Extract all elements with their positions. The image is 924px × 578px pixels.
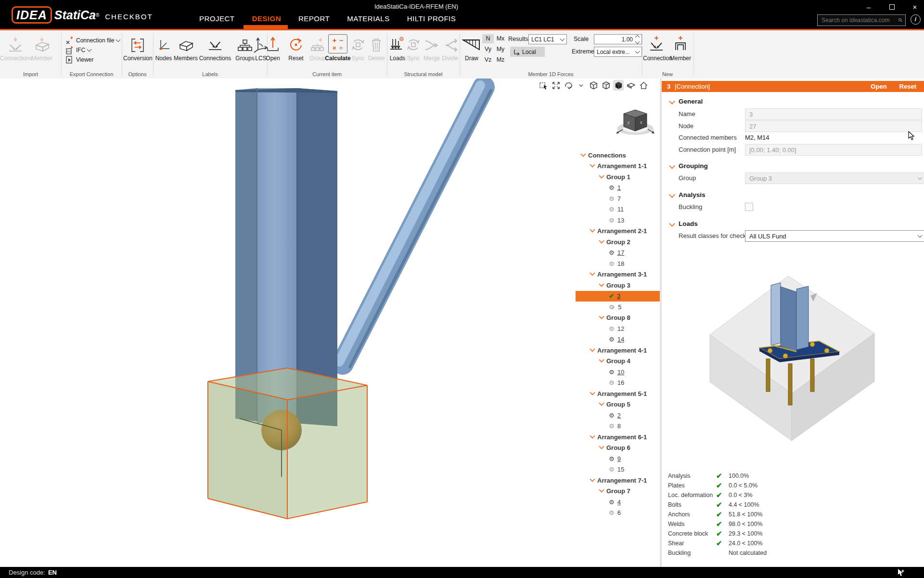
clip-view-icon[interactable] bbox=[626, 80, 636, 91]
tree-branch[interactable]: Arrangement 3-1 bbox=[576, 269, 660, 280]
zoom-extents-icon[interactable] bbox=[551, 80, 561, 91]
chevron-down-icon[interactable] bbox=[590, 477, 594, 484]
results-select[interactable]: LC1 LC1 bbox=[528, 34, 567, 44]
chevron-down-icon[interactable] bbox=[590, 271, 594, 278]
labels-members-button[interactable]: Members bbox=[173, 32, 198, 62]
tree-item[interactable]: ⚙4 bbox=[576, 497, 660, 508]
tab-materials[interactable]: MATERIALS bbox=[347, 14, 389, 23]
section-general[interactable]: General bbox=[679, 98, 703, 105]
chevron-down-icon[interactable] bbox=[600, 282, 603, 289]
export-ifc-button[interactable]: IFC IFC bbox=[65, 46, 91, 54]
chevron-down-icon[interactable] bbox=[600, 357, 603, 365]
tree-item[interactable]: ✔3 bbox=[576, 291, 660, 302]
tree-branch[interactable]: Group 3 bbox=[576, 280, 660, 291]
local-toggle-button[interactable]: Local bbox=[510, 47, 545, 57]
close-icon[interactable]: × bbox=[908, 2, 922, 13]
tab-design[interactable]: DESIGN bbox=[252, 14, 282, 23]
info-icon[interactable]: i bbox=[911, 14, 921, 25]
panel-open-button[interactable]: Open bbox=[871, 83, 886, 90]
home-view-icon[interactable] bbox=[638, 80, 649, 91]
tree-item[interactable]: ⚙18 bbox=[576, 258, 660, 269]
diagonal-brace[interactable] bbox=[339, 85, 491, 367]
concrete-block-selected[interactable] bbox=[208, 368, 367, 519]
export-connection-file-button[interactable]: Connection file bbox=[65, 36, 120, 45]
tree-branch[interactable]: Arrangement 7-1 bbox=[576, 475, 660, 486]
transparent-view-icon[interactable] bbox=[601, 80, 611, 91]
force-toggle-vy[interactable]: Vy bbox=[482, 45, 494, 54]
tree-item[interactable]: ⚙9 bbox=[576, 453, 660, 464]
tree-item[interactable]: ⚙10 bbox=[576, 367, 660, 378]
force-toggle-my[interactable]: My bbox=[495, 45, 506, 54]
reset-button[interactable]: Reset bbox=[285, 32, 307, 62]
selection-box-icon[interactable] bbox=[538, 80, 549, 91]
rotate-dropdown-icon[interactable] bbox=[576, 80, 586, 91]
tree-branch[interactable]: Arrangement 1-1 bbox=[576, 161, 660, 172]
viewport-3d[interactable] bbox=[0, 79, 661, 567]
tree-item[interactable]: ⚙15 bbox=[576, 464, 660, 475]
chevron-down-icon[interactable] bbox=[600, 314, 603, 321]
name-field[interactable]: 3 bbox=[745, 108, 922, 120]
section-analysis[interactable]: Analysis bbox=[679, 191, 706, 198]
force-toggle-vz[interactable]: Vz bbox=[482, 55, 494, 65]
tree-branch[interactable]: Group 7 bbox=[576, 486, 660, 497]
section-loads[interactable]: Loads bbox=[679, 220, 698, 227]
export-viewer-button[interactable]: Viewer bbox=[65, 55, 93, 64]
tree-item[interactable]: ⚙8 bbox=[576, 421, 660, 432]
tree-branch[interactable]: Group 1 bbox=[576, 171, 660, 183]
tree-branch[interactable]: Group 2 bbox=[576, 236, 660, 248]
conversion-button[interactable]: Conversion bbox=[123, 32, 152, 62]
search-box[interactable] bbox=[817, 14, 906, 26]
chevron-down-icon[interactable] bbox=[581, 152, 585, 159]
chevron-down-icon[interactable] bbox=[590, 227, 594, 235]
tree-item[interactable]: ⚙14 bbox=[576, 334, 660, 345]
tab-project[interactable]: PROJECT bbox=[199, 14, 235, 23]
minimize-icon[interactable]: – bbox=[861, 2, 876, 13]
new-connection-button[interactable]: Connection bbox=[643, 32, 670, 62]
new-member-button[interactable]: Member bbox=[669, 32, 692, 62]
chevron-down-icon[interactable] bbox=[590, 390, 594, 397]
tree-item[interactable]: ⚙16 bbox=[576, 378, 660, 389]
tab-report[interactable]: REPORT bbox=[298, 14, 330, 23]
panel-reset-button[interactable]: Reset bbox=[899, 83, 916, 90]
force-toggle-mx[interactable]: Mx bbox=[495, 34, 506, 43]
tree-branch[interactable]: Group 6 bbox=[576, 443, 660, 454]
extreme-select[interactable]: Local extre... bbox=[594, 47, 642, 57]
tree-item[interactable]: ⚙17 bbox=[576, 248, 660, 259]
node-field[interactable]: 27 bbox=[745, 120, 922, 132]
tree-item[interactable]: ⚙✔5 bbox=[576, 302, 660, 313]
draw-button[interactable]: Draw bbox=[460, 32, 483, 62]
chevron-down-icon[interactable] bbox=[590, 434, 594, 441]
tree-item[interactable]: ⚙11 bbox=[576, 204, 660, 215]
tree-branch[interactable]: Connections bbox=[576, 150, 660, 161]
tree-branch[interactable]: Arrangement 4-1 bbox=[576, 345, 660, 356]
maximize-icon[interactable] bbox=[885, 2, 899, 13]
chevron-down-icon[interactable] bbox=[590, 347, 594, 354]
tree-branch[interactable]: Arrangement 6-1 bbox=[576, 432, 660, 443]
tree-branch[interactable]: Arrangement 2-1 bbox=[576, 226, 660, 237]
labels-connections-button[interactable]: Connections bbox=[198, 32, 232, 62]
search-input[interactable] bbox=[818, 17, 898, 24]
tree-item[interactable]: ⚙7 bbox=[576, 193, 660, 204]
chevron-down-icon[interactable] bbox=[600, 444, 603, 451]
group-select[interactable]: Group 3 bbox=[745, 172, 924, 184]
tree-branch[interactable]: Group 5 bbox=[576, 399, 660, 410]
section-grouping[interactable]: Grouping bbox=[679, 162, 708, 170]
status-pointer-icon[interactable] bbox=[897, 568, 905, 577]
buckling-checkbox[interactable] bbox=[745, 203, 753, 211]
chevron-down-icon[interactable] bbox=[600, 401, 603, 408]
tree-item[interactable]: ⚙13 bbox=[576, 215, 660, 226]
open-button[interactable]: Open bbox=[262, 32, 283, 62]
chevron-down-icon[interactable] bbox=[600, 173, 603, 181]
tree-item[interactable]: ⚙1 bbox=[576, 183, 660, 194]
tree-branch[interactable]: Arrangement 5-1 bbox=[576, 388, 660, 399]
labels-nodes-button[interactable]: Nodes bbox=[152, 32, 175, 62]
tree-branch[interactable]: Group 4 bbox=[576, 356, 660, 367]
connection-point-field[interactable]: [0.00; 1.40; 0.00] bbox=[745, 144, 922, 156]
tab-hilti-profis[interactable]: HILTI PROFIS bbox=[407, 14, 456, 23]
chevron-down-icon[interactable] bbox=[600, 487, 603, 495]
calculate-button[interactable]: +−×÷ Calculate bbox=[324, 32, 351, 62]
solid-view-icon[interactable] bbox=[613, 80, 624, 91]
tree-item[interactable]: ⚙6 bbox=[576, 508, 660, 519]
tree-item[interactable]: ⚙2 bbox=[576, 410, 660, 421]
force-toggle-mz[interactable]: Mz bbox=[495, 55, 506, 65]
